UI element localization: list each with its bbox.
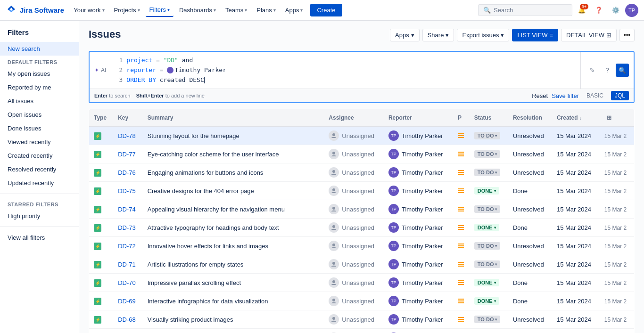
sidebar-item-new-search[interactable]: New search [0,42,79,56]
status-badge[interactable]: DONE▾ [474,279,499,286]
detail-view-button[interactable]: DETAIL VIEW ⊞ [561,29,617,41]
cell-extra: 15 Mar 2 [600,292,635,310]
issues-table: Type Key Summary Assignee Reporter P Sta… [89,109,635,333]
settings-button[interactable]: ⚙️ [608,3,623,18]
reporter-avatar: TP [388,149,399,159]
sidebar-item-resolved-recently[interactable]: Resolved recently [0,162,79,176]
cell-priority [453,145,470,163]
reporter-name: Timothy Parker [402,224,443,231]
issue-summary[interactable]: Creative designs for the 404 error page [148,187,254,195]
sidebar-item-all-issues[interactable]: All issues [0,94,79,108]
sidebar-item-updated-recently[interactable]: Updated recently [0,176,79,190]
issue-summary[interactable]: Impressive parallax scrolling effect [148,279,241,286]
logo[interactable]: Jira Software [6,5,64,16]
search-input[interactable]: 🔍 Search [478,4,572,16]
jql-mode-button[interactable]: JQL [611,91,629,100]
created-date: 15 Mar 2024 [557,243,591,250]
create-button[interactable]: Create [310,4,342,16]
issue-key[interactable]: DD-77 [118,151,136,158]
jql-help-button[interactable]: ? [601,64,614,77]
jql-edit-button[interactable]: ✎ [586,64,599,77]
nav-teams[interactable]: Teams ▾ [222,4,251,16]
cell-created: 15 Mar 2024 [552,310,600,329]
status-badge[interactable]: TO DO▾ [474,150,501,158]
assignee-name: Unassigned [342,243,374,250]
issue-summary[interactable]: Eye-catching color scheme for the user i… [148,151,279,158]
status-badge[interactable]: TO DO▾ [474,169,501,176]
cell-summary: Eye-catching color scheme for the user i… [143,145,324,163]
col-extra[interactable]: ⊞ [600,109,635,127]
issue-summary[interactable]: Artistic illustrations for empty states [148,261,244,268]
created-date-2: 15 Mar 2 [604,317,627,323]
reset-button[interactable]: Reset [532,92,548,99]
nav-projects[interactable]: Projects ▾ [110,4,144,16]
sidebar-item-open-issues[interactable]: Open issues [0,108,79,122]
reporter-avatar: TP [388,259,399,269]
cell-assignee: Unassigned [324,292,384,310]
issue-summary[interactable]: Visually striking product images [148,316,233,323]
help-button[interactable]: ❓ [591,3,606,18]
reporter-avatar: TP [388,314,399,325]
apps-button[interactable]: Apps ▾ [390,29,420,41]
sidebar-item-high-priority[interactable]: High priority [0,209,79,223]
cell-extra: 15 Mar 2 [600,255,635,274]
issue-summary[interactable]: Innovative hover effects for links and i… [148,243,268,250]
svg-point-1 [332,152,335,154]
sidebar-item-view-all-filters[interactable]: View all filters [0,231,79,244]
issue-key[interactable]: DD-69 [118,298,136,305]
sidebar-item-reported-by-me[interactable]: Reported by me [0,81,79,94]
issue-key[interactable]: DD-78 [118,132,136,139]
issue-summary[interactable]: Engaging animations for buttons and icon… [148,169,264,176]
created-date: 15 Mar 2024 [557,206,591,213]
share-button[interactable]: Share ▾ [422,29,454,41]
status-badge[interactable]: DONE▾ [474,297,499,305]
column-picker-icon[interactable]: ⊞ [604,113,614,122]
reporter-avatar: TP [388,241,399,251]
issue-key[interactable]: DD-73 [118,224,136,231]
notifications-button[interactable]: 🔔 9+ [574,3,589,18]
sidebar-item-my-open-issues[interactable]: My open issues [0,67,79,81]
issue-key[interactable]: DD-72 [118,243,136,250]
jql-line-2: 2 reporter = Timothy Parker [116,65,576,75]
issue-key[interactable]: DD-70 [118,279,136,286]
export-button[interactable]: Export issues ▾ [457,29,509,41]
status-badge[interactable]: TO DO▾ [474,132,501,139]
jql-footer: Enter to search Shift+Enter to add a new… [90,89,634,102]
issue-summary[interactable]: Appealing visual hierarchy for the navig… [148,206,285,213]
sidebar-item-done-issues[interactable]: Done issues [0,122,79,135]
nav-plans[interactable]: Plans ▾ [253,4,280,16]
status-badge[interactable]: TO DO▾ [474,316,501,323]
nav-your-work[interactable]: Your work ▾ [70,4,108,16]
issue-key[interactable]: DD-68 [118,316,136,323]
status-badge[interactable]: DONE▾ [474,187,499,195]
issue-key[interactable]: DD-76 [118,169,136,176]
nav-filters[interactable]: Filters ▾ [146,3,173,17]
list-view-button[interactable]: LIST VIEW ≡ [512,29,558,41]
ai-button[interactable]: ✦ AI [90,52,111,89]
user-avatar[interactable]: TP [625,4,638,17]
sidebar-item-viewed-recently[interactable]: Viewed recently [0,135,79,149]
issue-key[interactable]: DD-74 [118,206,136,213]
reporter-avatar: TP [388,277,399,288]
status-badge[interactable]: DONE▾ [474,224,499,231]
status-badge[interactable]: TO DO▾ [474,205,501,213]
sidebar-item-created-recently[interactable]: Created recently [0,149,79,162]
nav-apps[interactable]: Apps ▾ [281,4,307,16]
col-created[interactable]: Created ↓ [552,109,600,127]
nav-dashboards[interactable]: Dashboards ▾ [175,4,220,16]
status-badge[interactable]: TO DO▾ [474,242,501,250]
issue-summary[interactable]: Stunning layout for the homepage [148,132,239,139]
nav-apps-label: Apps [285,7,299,14]
issue-key[interactable]: DD-75 [118,187,136,195]
status-badge[interactable]: TO DO▾ [474,260,501,268]
issue-key[interactable]: DD-71 [118,261,136,268]
jql-search-button[interactable]: 🔍 [616,64,629,77]
save-filter-button[interactable]: Save filter [552,92,579,99]
cell-resolution: Unresolved [508,310,552,329]
issue-summary[interactable]: Attractive typography for headings and b… [148,224,279,231]
jql-input[interactable]: 1 project = "DD" and 2 reporter = Timoth… [111,52,580,89]
basic-mode-button[interactable]: BASIC [583,91,607,100]
issue-summary[interactable]: Interactive infographics for data visual… [148,298,268,305]
more-options-button[interactable]: ••• [619,29,635,41]
cell-resolution: Unresolved [508,200,552,219]
